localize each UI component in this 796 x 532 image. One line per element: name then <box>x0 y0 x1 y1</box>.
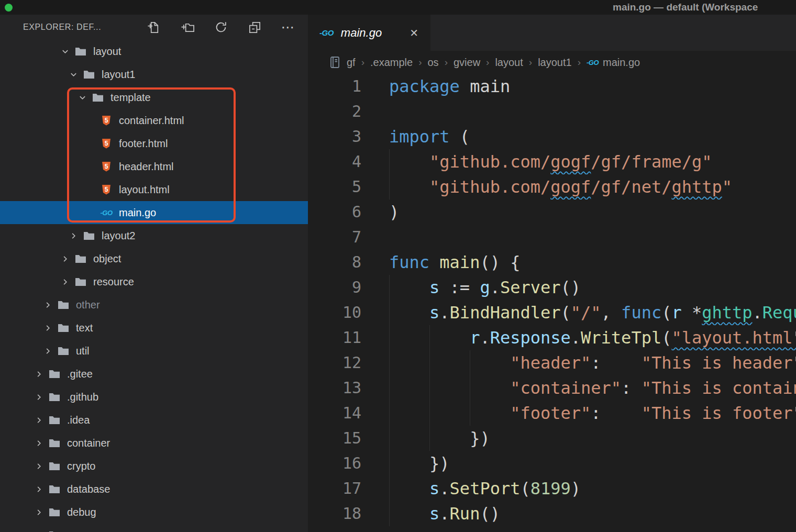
tree-item-text[interactable]: text <box>0 316 308 339</box>
tree-item--github[interactable]: .github <box>0 385 308 408</box>
code-line-content[interactable]: "header": "This is header", <box>371 350 796 375</box>
code-line[interactable]: 13 "container": "This is container", <box>308 375 796 401</box>
tree-item-footer-html[interactable]: 5footer.html <box>0 132 308 155</box>
code-line[interactable]: 8func main() { <box>308 250 796 275</box>
code-line[interactable]: 12 "header": "This is header", <box>308 350 796 375</box>
chevron-down-icon[interactable] <box>60 48 70 56</box>
code-line-content[interactable]: "github.com/gogf/gf/frame/g" <box>371 149 796 174</box>
chevron-right-icon[interactable] <box>34 393 44 401</box>
tree-item-layout-html[interactable]: 5layout.html <box>0 178 308 201</box>
code-line[interactable]: 14 "footer": "This is footer", <box>308 401 796 426</box>
code-line[interactable]: 18 s.Run() <box>308 501 796 526</box>
chevron-right-icon[interactable] <box>34 370 44 378</box>
tree-item-layout1[interactable]: layout1 <box>0 63 308 86</box>
code-line-content[interactable] <box>371 99 796 124</box>
code-line-content[interactable]: s.BindHandler("/", func(r *ghttp.Request… <box>371 300 796 325</box>
tree-item-layout[interactable]: layout <box>0 40 308 63</box>
code-line[interactable]: 6) <box>308 199 796 225</box>
breadcrumb-item--example[interactable]: .example <box>370 57 413 69</box>
breadcrumb-item-main-go[interactable]: main.go <box>603 57 640 69</box>
tree-item-other[interactable]: other <box>0 293 308 316</box>
tree-item--gitee[interactable]: .gitee <box>0 362 308 385</box>
close-tab-icon[interactable]: ✕ <box>410 28 418 38</box>
indent-guide <box>470 401 470 426</box>
code-line[interactable]: 19} <box>308 526 796 532</box>
code-editor[interactable]: 1package main23import (4 "github.com/gog… <box>308 74 796 532</box>
tree-item-resource[interactable]: resource <box>0 270 308 293</box>
tree-item-debug[interactable]: debug <box>0 501 308 524</box>
code-line-content[interactable]: func main() { <box>371 250 796 275</box>
refresh-explorer-icon <box>214 20 228 34</box>
code-line-content[interactable]: }) <box>371 451 796 476</box>
code-line[interactable]: 11 r.Response.WriteTpl("layout.html", g.… <box>308 325 796 350</box>
code-line[interactable]: 2 <box>308 99 796 124</box>
code-line[interactable]: 7 <box>308 225 796 250</box>
refresh-explorer-button[interactable] <box>214 20 228 35</box>
chevron-right-icon[interactable] <box>42 301 53 309</box>
breadcrumb-item-gview[interactable]: gview <box>454 57 480 69</box>
tree-item-label: debug <box>67 506 96 518</box>
code-line-content[interactable]: "github.com/gogf/gf/net/ghttp" <box>371 174 796 199</box>
tree-item-object[interactable]: object <box>0 247 308 270</box>
chevron-right-icon[interactable] <box>60 278 70 286</box>
code-line-content[interactable]: package main <box>371 74 796 99</box>
code-line-content[interactable]: "footer": "This is footer", <box>371 401 796 426</box>
chevron-right-icon[interactable] <box>60 255 70 263</box>
window-control-green[interactable] <box>5 4 13 12</box>
chevron-right-icon[interactable] <box>34 416 44 424</box>
chevron-right-icon[interactable] <box>34 485 44 493</box>
chevron-right-icon[interactable] <box>34 439 44 447</box>
code-line[interactable]: 1package main <box>308 74 796 99</box>
code-line-content[interactable]: } <box>371 526 796 532</box>
collapse-folders-button[interactable] <box>247 20 262 35</box>
chevron-down-icon[interactable] <box>77 94 87 102</box>
code-line-content[interactable] <box>371 225 796 250</box>
code-line-content[interactable]: s := g.Server() <box>371 275 796 300</box>
code-line[interactable]: 17 s.SetPort(8199) <box>308 476 796 501</box>
code-line[interactable]: 10 s.BindHandler("/", func(r *ghttp.Requ… <box>308 300 796 325</box>
code-line-content[interactable]: ) <box>371 199 796 225</box>
tree-item--idea[interactable]: .idea <box>0 408 308 431</box>
code-line[interactable]: 16 }) <box>308 451 796 476</box>
line-number: 18 <box>308 501 371 526</box>
chevron-down-icon[interactable] <box>68 71 79 79</box>
chevron-right-icon[interactable] <box>42 347 53 355</box>
code-line[interactable]: 9 s := g.Server() <box>308 275 796 300</box>
chevron-right-icon[interactable] <box>68 232 79 240</box>
code-line-content[interactable]: r.Response.WriteTpl("layout.html", g.Map… <box>371 325 796 350</box>
tab-bar: -GO main.go ✕ <box>308 15 796 51</box>
tree-item-template[interactable]: template <box>0 86 308 109</box>
code-line-content[interactable]: import ( <box>371 124 796 149</box>
code-line[interactable]: 15 }) <box>308 426 796 451</box>
new-folder-button[interactable] <box>180 20 195 35</box>
tree-item-layout2[interactable]: layout2 <box>0 224 308 247</box>
line-number: 19 <box>308 526 371 532</box>
code-line-content[interactable]: }) <box>371 426 796 451</box>
tree-item-util[interactable]: util <box>0 339 308 362</box>
breadcrumb-item-gf[interactable]: gf <box>347 57 356 69</box>
code-line[interactable]: 3import ( <box>308 124 796 149</box>
folder-icon <box>83 231 95 240</box>
new-file-button[interactable] <box>147 20 161 35</box>
code-line[interactable]: 4 "github.com/gogf/gf/frame/g" <box>308 149 796 174</box>
tree-item-container-html[interactable]: 5container.html <box>0 109 308 132</box>
chevron-right-icon[interactable] <box>42 324 53 332</box>
code-line[interactable]: 5 "github.com/gogf/gf/net/ghttp" <box>308 174 796 199</box>
breadcrumb-item-layout[interactable]: layout <box>495 57 523 69</box>
more-actions-button[interactable]: ⋯ <box>281 20 295 35</box>
code-line-content[interactable]: "container": "This is container", <box>371 375 796 401</box>
chevron-right-icon[interactable] <box>34 462 44 470</box>
code-line-content[interactable]: s.Run() <box>371 501 796 526</box>
tab-main-go[interactable]: -GO main.go ✕ <box>308 15 430 51</box>
tree-item-header-html[interactable]: 5header.html <box>0 155 308 178</box>
breadcrumb-item-layout1[interactable]: layout1 <box>538 57 572 69</box>
tree-item[interactable] <box>0 524 308 532</box>
breadcrumb-item-os[interactable]: os <box>428 57 439 69</box>
tree-item-container[interactable]: container <box>0 431 308 455</box>
tree-item-database[interactable]: database <box>0 478 308 501</box>
chevron-right-icon[interactable] <box>34 508 44 516</box>
tree-item-crypto[interactable]: crypto <box>0 455 308 478</box>
tree-item-label: layout1 <box>102 69 136 81</box>
tree-item-main-go[interactable]: -GOmain.go <box>0 201 308 224</box>
code-line-content[interactable]: s.SetPort(8199) <box>371 476 796 501</box>
